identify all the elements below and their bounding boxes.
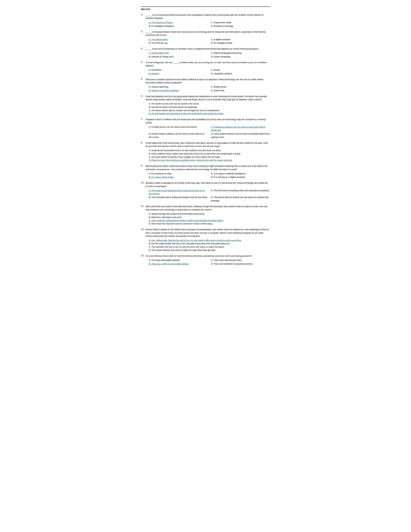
- answer-option: B. He will not have to visit the doctor …: [149, 105, 270, 109]
- answers-grid: A. The have automated vehiclesC. They ha…: [146, 259, 270, 266]
- answer-option: C. kiosks: [211, 68, 270, 72]
- question-text: How are delivery drivers able to meet th…: [146, 254, 270, 258]
- question-text: Andy has diabetes and he is not good abo…: [146, 95, 270, 101]
- answer-option: D. Assistive technology: [211, 25, 270, 28]
- answer-option: C. They have self-driving trucks: [211, 259, 270, 262]
- answer-option: C. It is a type of artificial intelligen…: [211, 172, 270, 175]
- question-item: _____ is the gap between those who have …: [141, 30, 270, 45]
- answer-option: D. Give them the classroom phone extensi…: [149, 222, 270, 225]
- answers-grid: A. It is acting as a robot.C. It is a ty…: [146, 172, 270, 179]
- question-text: At the beginning of the school year, eac…: [146, 141, 270, 148]
- answer-option: B. The computer that is finding the fast…: [149, 196, 208, 202]
- answer-option: C. Ask each parent to donate a box of pa…: [149, 155, 270, 159]
- answer-option: D. The phone that her brother will use w…: [211, 196, 270, 202]
- question-text: Angeline is deaf. To adhere with the Ame…: [146, 118, 270, 124]
- answer-option: D. navigation systems: [211, 72, 270, 75]
- answer-option: D. An intelligent divide: [211, 41, 270, 45]
- answer-option: A. The Internet of Things: [149, 21, 208, 24]
- answer-option: C. Use a learning management system (LMS…: [149, 219, 270, 222]
- answer-option: D. Voice output software can be used to …: [211, 132, 270, 139]
- answer-option: A. His health records will now be stored…: [149, 102, 270, 105]
- answer-option: D. He will receive text reminders to tak…: [149, 112, 270, 115]
- answer-option: B. Mail them videotapes and tests.: [149, 216, 270, 219]
- answer-option: C. A digital assistant: [211, 38, 270, 41]
- answer-option: D. The carpet steamer she uses to clean …: [149, 249, 270, 252]
- answer-option: A. It is acting as a robot.: [149, 172, 208, 175]
- question-item: A smart refrigerator can use _____ to de…: [141, 61, 270, 75]
- answer-option: C. The sprinkler she has to turn on and …: [149, 245, 270, 249]
- question-list: _____ is an environment where processors…: [141, 13, 270, 266]
- question-text: Emma Tried to explain to her mother that…: [146, 228, 270, 238]
- answers-list: A. Her coffeemaker that she has set to t…: [146, 239, 270, 252]
- answer-option: B. Have students share copies and rotate…: [149, 152, 270, 155]
- question-text: _____ is an environment where processors…: [146, 13, 270, 20]
- answer-option: D. Green computing: [211, 55, 270, 58]
- answer-option: A. The digital divide: [149, 38, 208, 41]
- question-item: Dave and Pietro are active in the Nation…: [141, 205, 270, 226]
- answer-option: A. closed captioning: [149, 85, 208, 88]
- answers-grid: A. The Internet of ThingsC. Augmented re…: [146, 21, 270, 28]
- answer-option: C. Augmented reality: [211, 21, 270, 24]
- answer-option: B. An intelligent workplace: [149, 25, 208, 28]
- answer-option: B. Her hot water heater that has to be m…: [149, 242, 270, 245]
- answer-option: C. Natural language processing: [211, 51, 270, 55]
- answers-grid: A. The digital divideC. A digital assist…: [146, 38, 270, 45]
- answer-option: B. speech recognition software: [149, 89, 208, 92]
- answer-option: B. Internet of Things (IoT): [149, 55, 208, 58]
- answer-option: C. The GPS that is avoiding traffic and …: [211, 189, 270, 196]
- answers-grid: A. The code on the package that is scann…: [146, 189, 270, 202]
- answers-grid: A. transistorsC. kiosksB. sensorsD. navi…: [146, 68, 270, 75]
- answer-option: B. Screen reader software can be used to…: [149, 132, 208, 139]
- question-item: Daniella mailed a package to her brother…: [141, 181, 270, 202]
- question-text: A smart refrigerator can use _____ to de…: [146, 61, 270, 67]
- question-text: _____ is the use of computers to simulat…: [146, 47, 270, 50]
- question-item: Angeline is deaf. To adhere with the Ame…: [141, 118, 270, 139]
- document-code: M01-CCE: [141, 6, 270, 10]
- question-text: Akira has a mobility impairment that mak…: [146, 78, 270, 85]
- answer-option: D. Place as many documents as possible o…: [149, 159, 270, 162]
- question-item: At the beginning of the school year, eac…: [141, 141, 270, 162]
- question-item: _____ is an environment where processors…: [141, 13, 270, 28]
- question-text: _____ is the gap between those who have …: [146, 30, 270, 37]
- answer-option: C. His doctor will be able to monitor hi…: [149, 109, 270, 112]
- answers-list: A. Email all the documents home, so that…: [146, 149, 270, 162]
- question-item: How are delivery drivers able to meet th…: [141, 254, 270, 266]
- answer-option: A. transistors: [149, 68, 208, 72]
- answers-list: A. Speed through the content and finish …: [146, 212, 270, 225]
- question-item: Before going into space, astronauts spen…: [141, 164, 270, 179]
- question-item: _____ is the use of computers to simulat…: [141, 47, 270, 58]
- answers-grid: A. closed captioningC. Braille printerB.…: [146, 85, 270, 92]
- answers-grid: A. A braille printer can be used to prin…: [146, 125, 270, 139]
- answer-option: B. It is using virtual reality.: [149, 176, 208, 179]
- answer-option: C. Braille printer: [211, 85, 270, 88]
- answer-option: D. They use handheld computers/scanners.: [211, 262, 270, 266]
- question-item: Akira has a mobility impairment that mak…: [141, 78, 270, 92]
- answer-option: A. Speed through the content and finish …: [149, 212, 270, 216]
- question-item: Andy has diabetes and he is not good abo…: [141, 95, 270, 115]
- answers-grid: A. Virtual reality (VR)C. Natural langua…: [146, 51, 270, 58]
- question-text: Before going into space, astronauts spen…: [146, 164, 270, 171]
- answer-option: A. Virtual reality (VR): [149, 51, 208, 55]
- answer-option: A. Email all the documents home, so that…: [149, 149, 270, 152]
- answer-option: A. The have automated vehicles: [149, 259, 208, 262]
- answer-option: B. The Internet Lag: [149, 41, 208, 45]
- answers-list: A. His health records will now be stored…: [146, 102, 270, 115]
- answer-option: C. Captioning software can be used to tr…: [211, 125, 270, 132]
- answer-option: D. It is serving as a digital assistant: [211, 176, 270, 179]
- answer-option: B. They use a GPS to avoid traffic delay…: [149, 262, 208, 266]
- question-item: Emma Tried to explain to her mother that…: [141, 228, 270, 252]
- header: M01-CCE: [141, 6, 270, 10]
- answer-option: A. Her coffeemaker that she has set to t…: [149, 239, 270, 242]
- answer-option: A. A braille printer can be used to prin…: [149, 125, 208, 132]
- question-text: Dave and Pietro are active in the Nation…: [146, 205, 270, 211]
- question-text: Daniella mailed a package to her brother…: [146, 181, 270, 188]
- answer-option: A. The code on the package that is scann…: [149, 189, 208, 196]
- answer-option: D. audio book: [211, 89, 270, 92]
- answer-option: B. sensors: [149, 72, 208, 75]
